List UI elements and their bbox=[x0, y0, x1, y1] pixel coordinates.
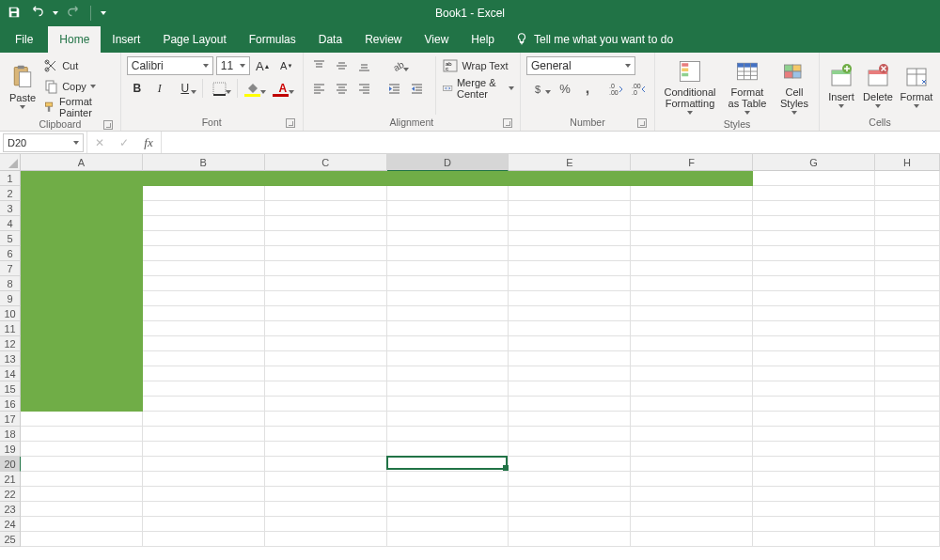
cell[interactable] bbox=[753, 216, 875, 231]
cell[interactable] bbox=[21, 306, 143, 321]
cell[interactable] bbox=[21, 351, 143, 366]
cell[interactable] bbox=[631, 412, 753, 427]
cell[interactable] bbox=[265, 171, 387, 186]
cell[interactable] bbox=[753, 291, 875, 306]
cell[interactable] bbox=[875, 231, 940, 246]
cell[interactable] bbox=[875, 517, 940, 532]
cell[interactable] bbox=[21, 261, 143, 276]
format-cells-button[interactable]: Format bbox=[899, 56, 934, 115]
cell[interactable] bbox=[509, 336, 631, 351]
cell[interactable] bbox=[265, 532, 387, 547]
cell[interactable] bbox=[265, 442, 387, 457]
cell[interactable] bbox=[387, 216, 509, 231]
paste-button[interactable]: Paste bbox=[6, 56, 39, 117]
cell[interactable] bbox=[21, 201, 143, 216]
row-header-23[interactable]: 23 bbox=[0, 502, 21, 517]
cell[interactable] bbox=[21, 457, 143, 472]
cell[interactable] bbox=[509, 442, 631, 457]
cell[interactable] bbox=[143, 171, 265, 186]
cell[interactable] bbox=[143, 201, 265, 216]
align-right-button[interactable] bbox=[354, 79, 375, 98]
cell[interactable] bbox=[753, 186, 875, 201]
cell[interactable] bbox=[509, 231, 631, 246]
cell[interactable] bbox=[21, 381, 143, 397]
cell[interactable] bbox=[875, 171, 940, 186]
cell[interactable] bbox=[631, 171, 753, 186]
cell[interactable] bbox=[631, 487, 753, 502]
cell[interactable] bbox=[265, 231, 387, 246]
cell[interactable] bbox=[21, 336, 143, 351]
row-header-15[interactable]: 15 bbox=[0, 381, 21, 397]
font-dialog-launcher[interactable] bbox=[286, 118, 295, 128]
percent-button[interactable]: % bbox=[555, 79, 575, 98]
font-name-combo[interactable]: Calibri bbox=[127, 56, 213, 75]
cell[interactable] bbox=[143, 246, 265, 261]
cell[interactable] bbox=[265, 427, 387, 442]
cell[interactable] bbox=[387, 457, 509, 472]
conditional-formatting-button[interactable]: Conditional Formatting bbox=[661, 56, 719, 117]
qat-customize-dropdown[interactable] bbox=[101, 11, 106, 15]
cell[interactable] bbox=[143, 397, 265, 412]
cancel-formula-button[interactable]: ✕ bbox=[87, 132, 112, 153]
clipboard-dialog-launcher[interactable] bbox=[103, 120, 113, 130]
cell[interactable] bbox=[265, 216, 387, 231]
copy-button[interactable]: Copy bbox=[43, 77, 115, 96]
cell[interactable] bbox=[875, 532, 940, 547]
row-header-6[interactable]: 6 bbox=[0, 246, 21, 261]
cell[interactable] bbox=[631, 336, 753, 351]
cell[interactable] bbox=[875, 472, 940, 487]
tab-insert[interactable]: Insert bbox=[101, 26, 151, 53]
cell[interactable] bbox=[631, 276, 753, 291]
number-format-combo[interactable]: General bbox=[526, 56, 635, 75]
row-header-22[interactable]: 22 bbox=[0, 487, 21, 502]
tab-file[interactable]: File bbox=[0, 26, 48, 53]
fill-color-button[interactable] bbox=[242, 79, 268, 98]
cell[interactable] bbox=[631, 216, 753, 231]
cell[interactable] bbox=[387, 442, 509, 457]
cell[interactable] bbox=[387, 487, 509, 502]
row-header-17[interactable]: 17 bbox=[0, 412, 21, 427]
cell[interactable] bbox=[753, 457, 875, 472]
align-bottom-button[interactable] bbox=[354, 56, 375, 75]
cell[interactable] bbox=[143, 457, 265, 472]
tab-formulas[interactable]: Formulas bbox=[238, 26, 307, 53]
row-header-24[interactable]: 24 bbox=[0, 517, 21, 532]
undo-dropdown[interactable] bbox=[53, 11, 58, 15]
cell[interactable] bbox=[753, 366, 875, 381]
cell[interactable] bbox=[875, 366, 940, 381]
cell[interactable] bbox=[265, 201, 387, 216]
alignment-dialog-launcher[interactable] bbox=[503, 118, 512, 128]
borders-button[interactable] bbox=[207, 79, 233, 98]
cell[interactable] bbox=[631, 351, 753, 366]
cell[interactable] bbox=[631, 246, 753, 261]
cell[interactable] bbox=[387, 412, 509, 427]
cell[interactable] bbox=[753, 412, 875, 427]
decrease-decimal-button[interactable]: .00.0 bbox=[628, 79, 649, 98]
cell[interactable] bbox=[387, 532, 509, 547]
cell[interactable] bbox=[509, 276, 631, 291]
cell[interactable] bbox=[753, 246, 875, 261]
decrease-font-button[interactable]: A▼ bbox=[276, 56, 297, 75]
cell[interactable] bbox=[509, 246, 631, 261]
format-painter-button[interactable]: Format Painter bbox=[43, 98, 115, 117]
cell[interactable] bbox=[875, 201, 940, 216]
cell[interactable] bbox=[875, 261, 940, 276]
cell[interactable] bbox=[143, 427, 265, 442]
tab-view[interactable]: View bbox=[414, 26, 461, 53]
cell[interactable] bbox=[753, 261, 875, 276]
row-header-21[interactable]: 21 bbox=[0, 472, 21, 487]
select-all-corner[interactable] bbox=[0, 154, 21, 171]
cell[interactable] bbox=[21, 412, 143, 427]
row-header-14[interactable]: 14 bbox=[0, 366, 21, 381]
cell[interactable] bbox=[387, 381, 509, 397]
cell[interactable] bbox=[143, 412, 265, 427]
tab-data[interactable]: Data bbox=[307, 26, 353, 53]
cell[interactable] bbox=[753, 231, 875, 246]
cell[interactable] bbox=[387, 472, 509, 487]
cell[interactable] bbox=[631, 532, 753, 547]
cell[interactable] bbox=[143, 261, 265, 276]
tab-review[interactable]: Review bbox=[353, 26, 413, 53]
cell[interactable] bbox=[875, 186, 940, 201]
column-header-B[interactable]: B bbox=[143, 154, 265, 171]
cell[interactable] bbox=[21, 366, 143, 381]
